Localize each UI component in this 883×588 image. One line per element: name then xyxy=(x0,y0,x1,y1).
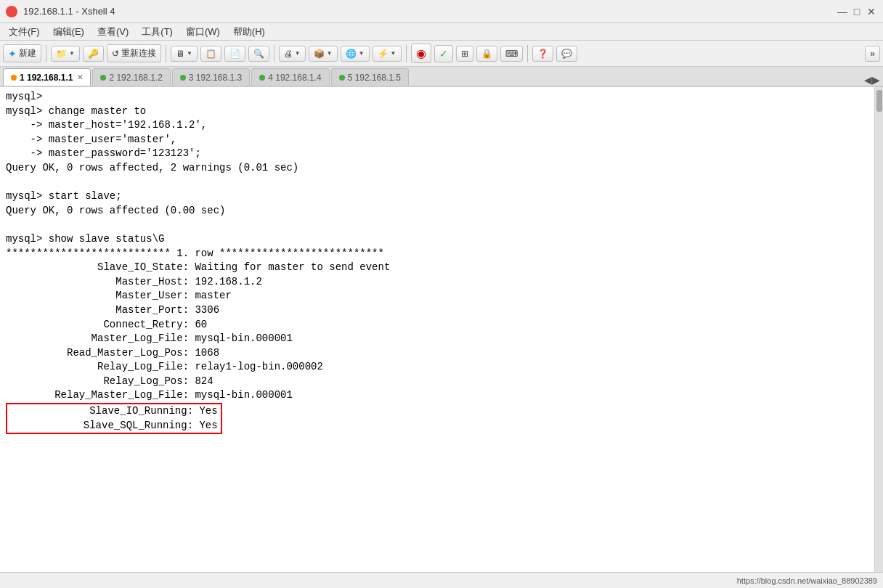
scripting-button[interactable]: ⚡ ▼ xyxy=(373,46,402,62)
menu-view[interactable]: 查看(V) xyxy=(91,24,134,40)
print-dropdown: ▼ xyxy=(295,50,301,57)
tab-3-dot xyxy=(180,75,186,81)
window-controls: — □ ✕ xyxy=(837,6,877,17)
highlight-box: Slave_IO_Running: Yes Slave_SQL_Running:… xyxy=(6,403,222,434)
toolbar-sep-1 xyxy=(46,45,46,62)
find-button[interactable]: 🔍 xyxy=(248,46,269,62)
chat-icon: 💬 xyxy=(561,49,572,59)
monitor-icon: 🖥 xyxy=(176,49,184,59)
menu-file[interactable]: 文件(F) xyxy=(3,24,46,40)
copy-icon: 📋 xyxy=(206,49,216,59)
menu-help[interactable]: 帮助(H) xyxy=(227,24,271,40)
tab-2[interactable]: 2 192.168.1.2 xyxy=(92,68,170,86)
toolbar: ✦ 新建 📁 ▼ 🔑 ↺ 重新连接 🖥 ▼ 📋 📄 🔍 🖨 ▼ 📦 ▼ 🌐 ▼ … xyxy=(0,41,883,67)
menu-bar: 文件(F) 编辑(E) 查看(V) 工具(T) 窗口(W) 帮助(H) xyxy=(0,23,883,41)
grid-icon: ⊞ xyxy=(461,49,468,59)
close-button[interactable]: ✕ xyxy=(866,6,877,17)
more-icon: » xyxy=(870,49,875,59)
tab-2-label: 2 192.168.1.2 xyxy=(109,73,162,83)
folder-icon: 📁 xyxy=(56,49,67,59)
tabs-next[interactable]: ▶ xyxy=(872,74,880,86)
grid-button[interactable]: ⊞ xyxy=(456,46,473,62)
transfer-dropdown: ▼ xyxy=(327,50,333,57)
folder-button[interactable]: 📁 ▼ xyxy=(51,46,80,62)
toolbar-sep-2 xyxy=(166,45,166,62)
tab-4[interactable]: 4 192.168.1.4 xyxy=(251,68,329,86)
help-icon: ❓ xyxy=(537,49,548,59)
menu-edit[interactable]: 编辑(E) xyxy=(47,24,90,40)
transfer-icon: 📦 xyxy=(314,49,325,59)
maximize-button[interactable]: □ xyxy=(851,6,863,17)
globe-button[interactable]: 🌐 ▼ xyxy=(341,46,370,62)
copy-button[interactable]: 📋 xyxy=(200,46,221,62)
monitor-button[interactable]: 🖥 ▼ xyxy=(171,46,198,62)
keyboard-button[interactable]: ⌨ xyxy=(500,46,523,62)
window-title: 192.168.1.1 - Xshell 4 xyxy=(23,6,115,17)
new-button[interactable]: ✦ 新建 xyxy=(3,44,41,62)
scrollbar[interactable] xyxy=(874,87,883,572)
reconnect-icon: ↺ xyxy=(112,49,119,59)
tab-1-label: 1 192.168.1.1 xyxy=(20,73,73,83)
tab-1-dot xyxy=(11,75,17,81)
toolbar-sep-4 xyxy=(406,45,407,62)
tabs-prev[interactable]: ◀ xyxy=(864,74,872,86)
key-icon: 🔑 xyxy=(88,49,99,59)
tab-2-dot xyxy=(100,75,106,81)
title-bar: 192.168.1.1 - Xshell 4 — □ ✕ xyxy=(0,0,883,23)
tabs-nav: ◀ ▶ xyxy=(864,74,883,86)
terminal[interactable]: mysql> mysql> change master to -> master… xyxy=(0,87,883,572)
folder-dropdown: ▼ xyxy=(69,50,75,57)
check-button[interactable]: ✓ xyxy=(434,45,453,62)
menu-tools[interactable]: 工具(T) xyxy=(136,24,179,40)
globe-dropdown: ▼ xyxy=(359,50,365,57)
print-icon: 🖨 xyxy=(284,49,293,59)
monitor-dropdown: ▼ xyxy=(187,50,192,57)
paste-button[interactable]: 📄 xyxy=(224,46,245,62)
status-url: https://blog.csdn.net/waixiao_88902389 xyxy=(737,576,877,585)
status-bar: https://blog.csdn.net/waixiao_88902389 xyxy=(0,572,883,588)
menu-window[interactable]: 窗口(W) xyxy=(180,24,226,40)
app-icon xyxy=(6,6,17,17)
paste-icon: 📄 xyxy=(229,49,240,59)
db-button[interactable]: ◉ xyxy=(411,44,431,63)
lock-icon: 🔒 xyxy=(481,49,492,59)
scrollbar-thumb[interactable] xyxy=(876,90,882,112)
scripting-dropdown: ▼ xyxy=(391,50,396,57)
tab-4-label: 4 192.168.1.4 xyxy=(268,73,321,83)
transfer-button[interactable]: 📦 ▼ xyxy=(309,46,338,62)
tab-4-dot xyxy=(259,75,265,81)
chat-button[interactable]: 💬 xyxy=(556,46,577,62)
lock-button[interactable]: 🔒 xyxy=(476,46,497,62)
tab-1[interactable]: 1 192.168.1.1 ✕ xyxy=(3,68,91,86)
tabs-bar: 1 192.168.1.1 ✕ 2 192.168.1.2 3 192.168.… xyxy=(0,67,883,87)
tab-5-label: 5 192.168.1.5 xyxy=(348,73,401,83)
db-icon: ◉ xyxy=(416,46,426,60)
terminal-content: mysql> mysql> change master to -> master… xyxy=(6,90,877,434)
tab-1-close[interactable]: ✕ xyxy=(77,73,83,81)
new-icon: ✦ xyxy=(8,48,17,60)
reconnect-button[interactable]: ↺ 重新连接 xyxy=(107,44,161,62)
toolbar-sep-5 xyxy=(527,45,528,62)
toolbar-sep-3 xyxy=(274,45,274,62)
globe-icon: 🌐 xyxy=(346,49,357,59)
minimize-button[interactable]: — xyxy=(837,6,848,17)
tab-5-dot xyxy=(339,75,345,81)
find-icon: 🔍 xyxy=(253,49,264,59)
tab-5[interactable]: 5 192.168.1.5 xyxy=(331,68,409,86)
key-button[interactable]: 🔑 xyxy=(83,46,104,62)
tab-3-label: 3 192.168.1.3 xyxy=(189,73,242,83)
help-button[interactable]: ❓ xyxy=(532,46,553,62)
scripting-icon: ⚡ xyxy=(378,49,388,59)
check-icon: ✓ xyxy=(439,48,448,60)
print-button[interactable]: 🖨 ▼ xyxy=(279,46,306,62)
more-button[interactable]: » xyxy=(865,46,880,62)
keyboard-icon: ⌨ xyxy=(505,49,518,59)
tab-3[interactable]: 3 192.168.1.3 xyxy=(172,68,250,86)
